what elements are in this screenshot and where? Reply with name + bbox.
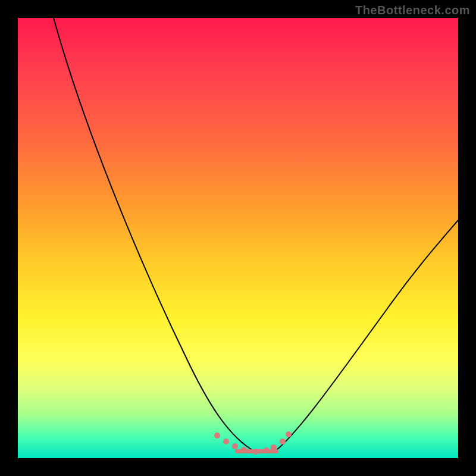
watermark-text: TheBottleneck.com <box>355 4 470 17</box>
bottleneck-curve-right <box>274 220 458 452</box>
svg-point-1 <box>223 439 229 444</box>
gradient-plot-area <box>18 18 458 458</box>
svg-point-6 <box>271 444 277 450</box>
svg-point-7 <box>280 439 286 444</box>
curve-overlay <box>18 18 458 458</box>
svg-point-8 <box>286 431 292 437</box>
svg-point-2 <box>232 443 238 449</box>
svg-point-4 <box>253 449 259 455</box>
bottleneck-curve-left <box>54 18 256 452</box>
outer-black-frame: TheBottleneck.com <box>0 0 476 476</box>
svg-point-3 <box>241 447 247 453</box>
svg-point-0 <box>214 433 220 439</box>
svg-point-5 <box>264 447 270 453</box>
